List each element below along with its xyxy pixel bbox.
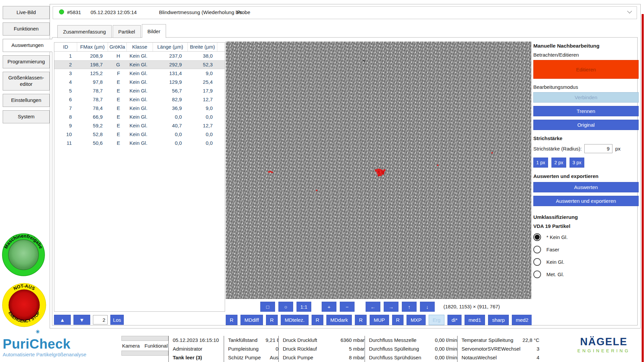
page-number-input[interactable] xyxy=(93,315,108,324)
machine-release-button[interactable]: Maschinenfreigabe xyxy=(1,233,46,277)
measurement-program: Blindwertmessung (Wiederholung bis xyxy=(159,9,242,15)
stroke-preset-button[interactable]: 3 px xyxy=(570,158,584,168)
alert-side-strip xyxy=(642,14,644,362)
reclass-radio-option[interactable]: Faser xyxy=(533,246,639,253)
puricheck-tagline: Automatisierte Partikelgrößenanalyse xyxy=(3,352,86,357)
column-header[interactable]: Breite (µm) xyxy=(188,43,217,51)
table-row[interactable]: 678,7 EKein Gl. 82,912,7 xyxy=(54,95,225,104)
image-nav-button[interactable]: − xyxy=(340,302,355,312)
radio-label: * Kein Gl. xyxy=(546,234,568,240)
reclass-radio-option[interactable]: Kein Gl. xyxy=(533,258,639,266)
sidebar-item[interactable]: System xyxy=(3,110,50,123)
evaluate-export-button[interactable]: Auswerten und exportieren xyxy=(533,196,639,206)
image-filter-button[interactable]: R xyxy=(226,315,237,325)
status-row: Schütz PumpeAus xyxy=(228,353,278,362)
status-bar: PuriCheck ✳ Automatisierte Partikelgröße… xyxy=(0,334,644,362)
mode-button[interactable]: Trennen xyxy=(533,106,639,116)
stroke-radius-unit: px xyxy=(615,146,621,152)
radio-icon[interactable] xyxy=(533,270,541,278)
table-row[interactable]: 1150,6 EKein Gl. 0,00,0 xyxy=(54,139,225,147)
measurement-header[interactable]: #5831 05.12.2023 12:05:14 Blindwertmessu… xyxy=(53,6,637,19)
mode-button[interactable]: Original xyxy=(533,120,639,130)
table-row[interactable]: 3125,2 FKein Gl. 131,49,0 xyxy=(54,69,225,78)
sidebar-item[interactable]: Live-Bild xyxy=(3,6,50,19)
green-button-face xyxy=(8,240,39,270)
status-row: ServomotorSVREWechsel3 xyxy=(462,345,539,353)
row-up-button[interactable]: ▲ xyxy=(54,315,71,325)
table-row[interactable]: 866,9 EKein Gl. 0,00,0 xyxy=(54,113,225,121)
emergency-stop-button[interactable]: NOT-AUS EMERGENCY STOP xyxy=(1,282,47,328)
status-row: Temperatur Spülleitung22,8 °C xyxy=(462,336,539,345)
table-row[interactable]: 1052,8 EKein Gl. 0,00,0 xyxy=(54,130,225,139)
edit-button[interactable]: Editieren xyxy=(533,60,639,79)
reclass-options: * Kein Gl. Faser Kein Gl. Met. Gl. xyxy=(533,233,639,278)
image-nav-button[interactable]: ↓ xyxy=(420,302,435,312)
image-filter-button[interactable]: MDtelez. xyxy=(281,315,309,325)
image-nav-button[interactable]: 1:1 xyxy=(297,302,311,312)
vda19-subtitle: VDA 19 Partikel xyxy=(533,223,639,229)
table-row[interactable]: 778,4 EKein Gl. 36,99,0 xyxy=(54,104,225,113)
image-nav-button[interactable]: + xyxy=(322,302,336,312)
tab-content: IDFMax (µm)GröKlaKlasseLänge (µm)Breite … xyxy=(52,37,638,325)
table-row[interactable]: 578,7 EKein Gl. 56,717,9 xyxy=(54,86,225,95)
sidebar-item[interactable]: Größenklassen-editor xyxy=(3,72,50,90)
mode-button[interactable]: Verbinden xyxy=(533,92,639,103)
image-filter-button[interactable]: MDdiff xyxy=(240,315,263,325)
particle-table[interactable]: IDFMax (µm)GröKlaKlasseLänge (µm)Breite … xyxy=(54,42,225,312)
table-row[interactable]: 959,2 EKein Gl. 40,712,7 xyxy=(54,121,225,130)
reclass-radio-option[interactable]: * Kein Gl. xyxy=(533,233,639,241)
camera-status: Funktional xyxy=(145,343,168,349)
image-filter-button[interactable]: R xyxy=(355,315,367,325)
image-filter-button[interactable]: MUP xyxy=(370,315,389,325)
stroke-radius-input[interactable] xyxy=(584,144,612,153)
sidebar-item[interactable]: Einstellungen xyxy=(3,94,50,107)
image-filter-button[interactable]: R xyxy=(392,315,404,325)
status-row: Tankfüllstand9,21 ℓ xyxy=(228,336,278,345)
image-filter-button[interactable]: MDdark xyxy=(326,315,352,325)
column-header[interactable]: ID xyxy=(54,43,77,51)
camera-status-block: Kamera Funktional xyxy=(121,336,168,356)
tab[interactable]: Partikel xyxy=(113,25,141,38)
reclass-radio-option[interactable]: Met. Gl. xyxy=(533,270,639,278)
image-nav-button[interactable]: ← xyxy=(366,302,380,312)
tab-bar: ZusammenfassungPartikelBilder xyxy=(57,24,166,38)
column-header[interactable]: GröKla xyxy=(108,43,127,51)
column-header[interactable]: FMax (µm) xyxy=(77,43,108,51)
tab[interactable]: Zusammenfassung xyxy=(57,25,112,38)
image-filter-button[interactable]: med1 xyxy=(465,315,485,325)
image-nav-button[interactable]: ↑ xyxy=(402,302,417,312)
sidebar-item[interactable]: Programmierung xyxy=(3,55,50,68)
stroke-preset-button[interactable]: 2 px xyxy=(551,158,566,168)
table-row[interactable]: 2198,7 GKein Gl. 292,952,3 xyxy=(54,60,225,69)
chevron-down-icon[interactable] xyxy=(627,9,632,13)
sidebar-item[interactable]: Auswertungen xyxy=(3,39,52,52)
row-down-button[interactable]: ▼ xyxy=(73,315,90,325)
radio-icon[interactable] xyxy=(533,246,541,253)
image-filter-button[interactable]: di* xyxy=(447,315,462,325)
evaluate-button[interactable]: Auswerten xyxy=(533,182,639,192)
mode-label: Bearbeitungsmodus xyxy=(533,84,639,90)
stroke-preset-button[interactable]: 1 px xyxy=(533,158,548,168)
image-filter-button[interactable]: Erg xyxy=(429,315,444,325)
go-button[interactable]: Los xyxy=(110,315,124,325)
radio-icon[interactable] xyxy=(533,258,541,266)
image-filter-button[interactable]: med2 xyxy=(512,315,532,325)
table-row[interactable]: 497,8 EKein Gl. 129,925,4 xyxy=(54,78,225,86)
image-nav-button[interactable]: □ xyxy=(260,302,275,312)
image-filter-button[interactable]: R xyxy=(312,315,323,325)
tab[interactable]: Bilder xyxy=(142,24,166,38)
stroke-title: Strichstärke xyxy=(533,135,639,141)
panel-title: Manuelle Nachbearbeitung xyxy=(533,43,639,49)
status-row: Administrator xyxy=(173,345,224,353)
column-header[interactable]: Länge (µm) xyxy=(153,43,188,51)
image-filter-button[interactable]: MXP xyxy=(407,315,426,325)
column-header[interactable]: Klasse xyxy=(127,43,153,51)
specimen-image[interactable] xyxy=(226,42,531,299)
sidebar-item[interactable]: Funktionen xyxy=(3,22,50,36)
image-filter-button[interactable]: R xyxy=(266,315,278,325)
image-nav-button[interactable]: ○ xyxy=(278,302,293,312)
radio-icon[interactable] xyxy=(533,233,541,241)
image-filter-button[interactable]: sharp xyxy=(488,315,509,325)
table-row[interactable]: 1208,9 HKein Gl. 237,038,0 xyxy=(54,52,225,60)
image-nav-button[interactable]: → xyxy=(384,302,398,312)
